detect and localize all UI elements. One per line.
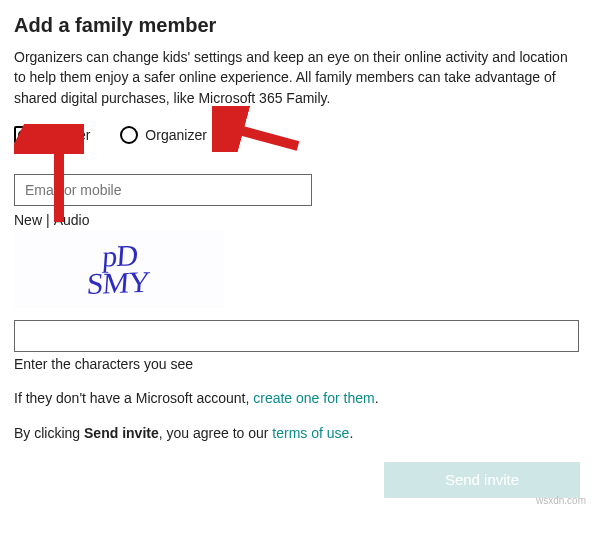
terms-middle: , you agree to our — [159, 425, 273, 441]
terms-line: By clicking Send invite, you agree to ou… — [14, 423, 580, 444]
no-account-prefix: If they don't have a Microsoft account, — [14, 390, 253, 406]
terms-bold: Send invite — [84, 425, 159, 441]
watermark: wsxdn.com — [536, 495, 586, 506]
send-invite-button[interactable]: Send invite — [384, 462, 580, 498]
create-account-link[interactable]: create one for them — [253, 390, 374, 406]
captcha-controls: New|Audio — [14, 212, 580, 228]
role-radio-group: Member Organizer — [14, 126, 580, 144]
captcha-input[interactable] — [14, 320, 579, 352]
role-organizer-option[interactable]: Organizer — [120, 126, 206, 144]
captcha-image-text: pDSMY — [86, 241, 152, 297]
captcha-audio-link[interactable]: Audio — [54, 212, 90, 228]
radio-unselected-icon — [120, 126, 138, 144]
captcha-image: pDSMY — [14, 230, 224, 308]
captcha-input-label: Enter the characters you see — [14, 356, 580, 372]
role-organizer-label: Organizer — [145, 127, 206, 143]
terms-prefix: By clicking — [14, 425, 84, 441]
email-or-mobile-input[interactable] — [14, 174, 312, 206]
page-title: Add a family member — [14, 14, 580, 37]
role-member-label: Member — [39, 127, 90, 143]
page-description: Organizers can change kids' settings and… — [14, 47, 580, 108]
radio-selected-icon — [14, 126, 32, 144]
no-account-line: If they don't have a Microsoft account, … — [14, 388, 580, 409]
terms-suffix: . — [349, 425, 353, 441]
captcha-new-link[interactable]: New — [14, 212, 42, 228]
terms-link[interactable]: terms of use — [272, 425, 349, 441]
role-member-option[interactable]: Member — [14, 126, 90, 144]
captcha-separator: | — [46, 212, 50, 228]
no-account-suffix: . — [375, 390, 379, 406]
